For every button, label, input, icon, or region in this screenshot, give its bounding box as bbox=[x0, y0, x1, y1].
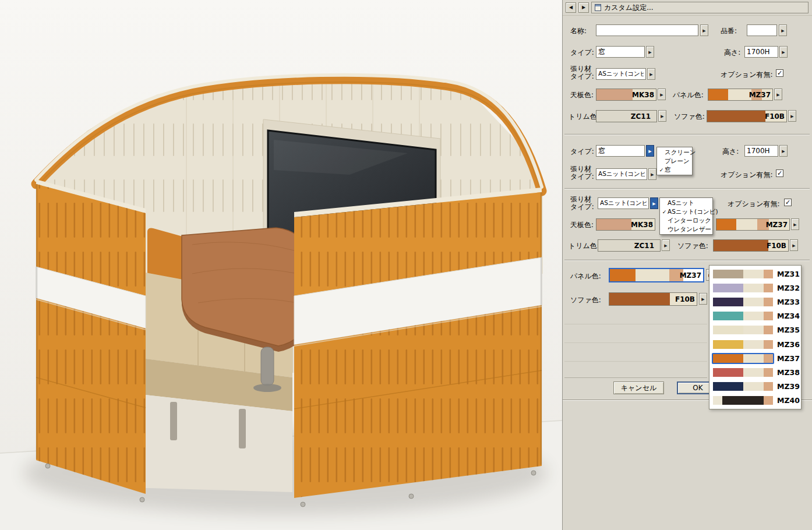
name-label: 名称: bbox=[570, 26, 587, 36]
sofa-color-block bbox=[707, 111, 765, 122]
palette-label: MZ31 bbox=[777, 270, 800, 278]
upholstery-label: 張り材 タイプ: bbox=[570, 65, 594, 80]
row-divider bbox=[564, 342, 707, 343]
upholstery-input[interactable] bbox=[596, 68, 646, 80]
option2-checkbox[interactable]: ✓ bbox=[776, 169, 783, 177]
menu-item-window[interactable]: ✓窓 bbox=[658, 165, 691, 174]
palette-swatch bbox=[712, 282, 774, 294]
trim-color3-swatch[interactable]: ZC11 bbox=[598, 239, 661, 252]
panel-color3-dropdown-button[interactable]: ▶ bbox=[791, 218, 799, 230]
back-icon: ◀ bbox=[569, 5, 573, 10]
panel-color-label: パネル色: bbox=[673, 90, 704, 100]
palette-label: MZ39 bbox=[777, 382, 800, 391]
panel-color4-swatch-selected[interactable]: MZ37 bbox=[609, 268, 704, 282]
sofa-color-block bbox=[609, 293, 670, 305]
forward-button[interactable]: ▶ bbox=[578, 2, 589, 13]
option3-checkbox[interactable]: ✓ bbox=[784, 199, 792, 206]
forward-icon: ▶ bbox=[582, 5, 585, 10]
palette-label: MZ36 bbox=[777, 340, 800, 349]
palette-swatch bbox=[712, 367, 774, 378]
booth-left-wall bbox=[36, 179, 146, 502]
upholstery2-input[interactable] bbox=[596, 168, 647, 180]
expand-icon: ▶ bbox=[792, 243, 795, 248]
dialog-title-box[interactable]: カスタム設定... bbox=[591, 2, 809, 13]
palette-swatch bbox=[712, 353, 774, 364]
type2-dropdown-button[interactable]: ▶ bbox=[646, 145, 654, 157]
palette-row-mz36[interactable]: MZ36 bbox=[711, 337, 800, 351]
panel-orange-block bbox=[708, 89, 728, 100]
sofa-color-block bbox=[714, 240, 768, 251]
palette-row-mz33[interactable]: MZ33 bbox=[711, 295, 800, 309]
partno-input[interactable] bbox=[747, 24, 777, 36]
type-input[interactable] bbox=[596, 46, 645, 58]
sofa-color3-swatch[interactable]: F10B bbox=[713, 239, 789, 252]
menu-item-asknit-combi[interactable]: ✓ASニット(コンビ) bbox=[661, 207, 712, 216]
upholstery3-input[interactable] bbox=[598, 197, 649, 209]
type-dropdown-button[interactable]: ▶ bbox=[646, 46, 654, 58]
option-checkbox[interactable]: ✓ bbox=[776, 69, 783, 77]
menu-item-interlock[interactable]: インターロック bbox=[661, 216, 712, 225]
palette-row-mz37-selected[interactable]: MZ37 bbox=[711, 351, 800, 365]
menu-item-urethane-leather[interactable]: ウレタンレザー bbox=[661, 225, 712, 234]
type2-input[interactable] bbox=[596, 145, 645, 157]
panel-color3-swatch[interactable]: MZ37 bbox=[716, 218, 790, 231]
upholstery-dropdown-button[interactable]: ▶ bbox=[647, 68, 655, 80]
check-icon: ✓ bbox=[661, 209, 668, 215]
top-color3-label: 天板色: bbox=[570, 220, 594, 230]
panel-color-dropdown-button[interactable]: ▶ bbox=[774, 89, 782, 100]
palette-row-mz39[interactable]: MZ39 bbox=[711, 380, 800, 394]
upholstery3-dropdown-button[interactable]: ▶ bbox=[650, 197, 658, 209]
palette-row-mz31[interactable]: MZ31 bbox=[711, 267, 800, 281]
sofa-color-swatch[interactable]: F10B bbox=[707, 110, 787, 122]
sofa-color4-swatch[interactable]: F10B bbox=[609, 292, 697, 306]
menu-item-plain[interactable]: プレーン bbox=[658, 157, 691, 165]
row-divider bbox=[564, 361, 707, 362]
height2-dropdown-button[interactable]: ▶ bbox=[779, 145, 788, 157]
upholstery2-dropdown-button[interactable]: ▶ bbox=[648, 168, 656, 180]
trim-color-swatch[interactable]: ZC11 bbox=[596, 110, 657, 122]
booth-right-wall bbox=[294, 188, 542, 507]
expand-icon: ▶ bbox=[651, 172, 654, 176]
palette-label: MZ33 bbox=[777, 298, 800, 306]
sofa-color-value: F10B bbox=[765, 112, 785, 121]
top-color-block bbox=[596, 219, 631, 230]
palette-row-mz40[interactable]: MZ40 bbox=[711, 394, 800, 408]
palette-row-mz32[interactable]: MZ32 bbox=[711, 281, 800, 295]
trim-color3-dropdown-button[interactable]: ▶ bbox=[662, 239, 670, 251]
menu-item-asknit[interactable]: ASニット bbox=[661, 199, 712, 207]
height2-input[interactable] bbox=[744, 145, 778, 157]
section-divider bbox=[564, 188, 810, 189]
name-input[interactable] bbox=[596, 24, 698, 36]
top-color-swatch[interactable]: MK38 bbox=[596, 89, 656, 101]
sofa-color4-dropdown-button[interactable]: ▶ bbox=[699, 293, 707, 305]
height-input[interactable] bbox=[744, 46, 778, 58]
name-expand-button[interactable]: ▶ bbox=[700, 24, 708, 36]
panel-cream-block bbox=[636, 269, 669, 281]
sofa-color3-dropdown-button[interactable]: ▶ bbox=[790, 239, 798, 251]
cancel-button[interactable]: キャンセル bbox=[613, 381, 664, 394]
palette-swatch bbox=[712, 310, 774, 321]
top-color3-swatch[interactable]: MK38 bbox=[596, 218, 655, 231]
trim-color-value: ZC11 bbox=[634, 242, 654, 250]
height-dropdown-button[interactable]: ▶ bbox=[779, 46, 788, 58]
panel-color-swatch[interactable]: MZ37 bbox=[708, 89, 773, 101]
palette-row-mz38[interactable]: MZ38 bbox=[711, 365, 800, 379]
panel-orange-block bbox=[610, 269, 636, 281]
render-3d-viewport[interactable] bbox=[0, 0, 562, 530]
panel-color-value: MZ37 bbox=[680, 271, 701, 280]
menu-item-screen[interactable]: スクリーン bbox=[658, 148, 691, 157]
trim-color-label: トリム色: bbox=[569, 112, 599, 122]
panel-color-value: MZ37 bbox=[749, 91, 771, 99]
top-color-dropdown-button[interactable]: ▶ bbox=[658, 89, 666, 100]
palette-swatch bbox=[712, 324, 774, 335]
back-button[interactable]: ◀ bbox=[566, 2, 576, 13]
palette-label: MZ38 bbox=[777, 368, 800, 377]
trim-color-dropdown-button[interactable]: ▶ bbox=[658, 110, 666, 122]
partno-expand-button[interactable]: ▶ bbox=[779, 24, 787, 36]
sofa-color-dropdown-button[interactable]: ▶ bbox=[788, 110, 796, 122]
upholstery2-label: 張り材 タイプ: bbox=[570, 165, 594, 181]
expand-icon: ▶ bbox=[649, 72, 652, 76]
palette-row-mz35[interactable]: MZ35 bbox=[711, 323, 800, 337]
palette-row-mz34[interactable]: MZ34 bbox=[711, 309, 800, 323]
toolbar: ◀ ▶ カスタム設定... bbox=[563, 0, 812, 16]
